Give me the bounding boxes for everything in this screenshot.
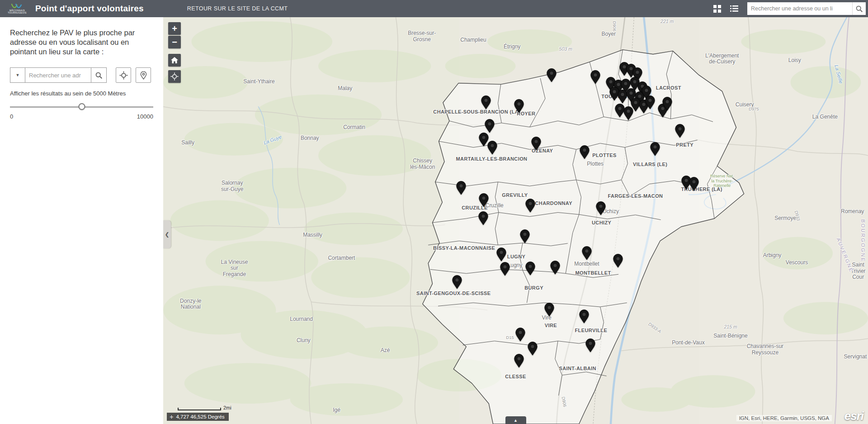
- map-pin[interactable]: [645, 95, 656, 110]
- source-dropdown-button[interactable]: ▼: [10, 67, 25, 83]
- map-pin-icon: [140, 71, 147, 80]
- map-pin[interactable]: [613, 254, 623, 268]
- zoom-in-button[interactable]: +: [168, 22, 181, 35]
- map-pin[interactable]: [579, 309, 589, 324]
- ccmt-logo: MÂCONNAIS TOURNUGEOIS: [5, 3, 29, 14]
- map-pin[interactable]: [531, 137, 541, 151]
- map-pin[interactable]: [479, 193, 489, 207]
- coordinates-widget: ✛ 4,727 46,525 Degrés: [167, 413, 229, 421]
- panel-intro-text: Recherchez le PAV le plus proche par adr…: [10, 28, 153, 57]
- radius-slider-minmax: 0 10000: [10, 113, 153, 120]
- map-attribution: IGN, Esri, HERE, Garmin, USGS, NGA: [736, 415, 832, 421]
- map-pin[interactable]: [662, 97, 672, 111]
- map-pin[interactable]: [525, 261, 536, 276]
- map-pin[interactable]: [519, 229, 530, 244]
- ccmt-logo-mark: [9, 3, 25, 10]
- map-pin[interactable]: [452, 275, 462, 290]
- search-icon: [855, 5, 863, 13]
- map-pin[interactable]: [500, 262, 510, 276]
- chevron-left-icon: ❮: [165, 231, 169, 238]
- plus-icon: +: [172, 24, 177, 33]
- scalebar-label: 2mi: [223, 405, 231, 410]
- search-panel: Recherchez le PAV le plus proche par adr…: [0, 17, 163, 424]
- radius-slider-handle[interactable]: [78, 103, 85, 110]
- header-search-button[interactable]: [852, 2, 866, 15]
- map-pin[interactable]: [514, 353, 524, 368]
- map-pin[interactable]: [514, 99, 524, 113]
- attribute-table-toggle[interactable]: ▲: [505, 416, 526, 424]
- my-location-button[interactable]: [168, 70, 181, 83]
- radius-slider: [10, 103, 153, 111]
- return-site-link[interactable]: RETOUR SUR LE SITE DE LA CCMT: [187, 5, 288, 12]
- map-pin[interactable]: [550, 260, 560, 275]
- header: MÂCONNAIS TOURNUGEOIS Point d'apport vol…: [0, 0, 868, 17]
- map-pin[interactable]: [487, 140, 498, 155]
- map-pin[interactable]: [527, 341, 538, 356]
- slider-min-label: 0: [10, 113, 13, 120]
- scalebar-line: [178, 408, 221, 410]
- map-pin[interactable]: [623, 106, 633, 120]
- map-pin[interactable]: [675, 124, 685, 138]
- map-pin[interactable]: [478, 211, 488, 225]
- map-pin[interactable]: [544, 303, 555, 317]
- search-icon: [95, 71, 103, 79]
- map-pin[interactable]: [547, 68, 557, 83]
- map-pin[interactable]: [484, 119, 495, 133]
- map-pin[interactable]: [580, 145, 590, 160]
- map-pin[interactable]: [581, 246, 592, 261]
- map-pin[interactable]: [496, 247, 507, 262]
- point-on-map-button[interactable]: [136, 67, 151, 83]
- list-icon: [730, 5, 738, 12]
- minus-icon: −: [172, 38, 177, 47]
- map[interactable]: CHAPELLE-SOUS-BRANCION (LA)ROYERMARTAILL…: [163, 17, 868, 424]
- address-search-button[interactable]: [91, 67, 107, 83]
- page-title: Point d'apport volontaires: [35, 4, 144, 14]
- legend-list-button[interactable]: [727, 1, 741, 16]
- grid-icon: [713, 5, 721, 13]
- app-root: MÂCONNAIS TOURNUGEOIS Point d'apport vol…: [0, 0, 868, 424]
- panel-collapse-tab[interactable]: ❮: [163, 220, 171, 248]
- scalebar: 2mi: [178, 405, 231, 410]
- zoom-out-button[interactable]: −: [168, 36, 181, 48]
- map-pin[interactable]: [481, 95, 491, 110]
- map-pin[interactable]: [689, 176, 699, 191]
- layout-grid-button[interactable]: [710, 1, 724, 16]
- home-icon: [171, 57, 178, 63]
- map-pin[interactable]: [650, 142, 660, 157]
- locate-me-button[interactable]: [116, 67, 131, 83]
- map-pin[interactable]: [590, 70, 600, 84]
- radius-label: Afficher les résultats au sein de 5000 M…: [10, 90, 153, 97]
- address-search-row: ▼: [10, 67, 153, 83]
- coords-crosshair-icon[interactable]: ✛: [170, 414, 173, 419]
- esri-logo: esri: [844, 409, 863, 423]
- home-extent-button[interactable]: [168, 54, 181, 67]
- map-pin[interactable]: [525, 198, 536, 213]
- chevron-up-icon: ▲: [514, 418, 518, 423]
- crosshair-icon: [119, 71, 128, 80]
- slider-max-label: 10000: [137, 113, 153, 120]
- ccmt-logo-text: MÂCONNAIS TOURNUGEOIS: [8, 10, 27, 14]
- header-search-input[interactable]: [747, 2, 852, 15]
- coordinates-readout: 4,727 46,525 Degrés: [176, 414, 224, 419]
- map-pin[interactable]: [515, 327, 526, 342]
- header-search: [747, 2, 866, 15]
- map-pin[interactable]: [456, 181, 467, 195]
- address-search-input[interactable]: [25, 67, 91, 83]
- map-pin[interactable]: [585, 338, 595, 353]
- chevron-down-icon: ▼: [16, 73, 20, 77]
- map-pin[interactable]: [596, 201, 606, 216]
- gps-crosshair-icon: [170, 72, 179, 81]
